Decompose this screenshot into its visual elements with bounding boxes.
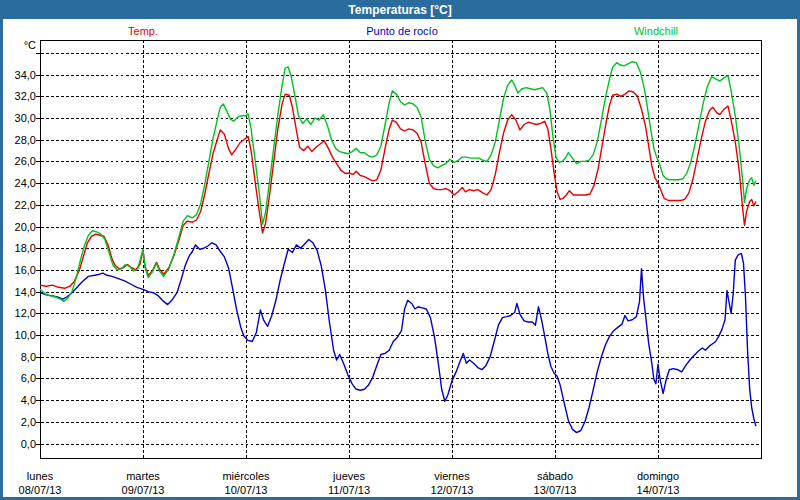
- y-tick-label: 8,0: [21, 352, 36, 363]
- day-date-label: 11/07/13: [328, 485, 370, 496]
- plot-frame: [41, 41, 762, 459]
- day-name-label: domingo: [637, 471, 679, 482]
- day-date-label: 09/07/13: [122, 485, 165, 496]
- day-name-label: sábado: [537, 471, 573, 482]
- day-date-label: 08/07/13: [19, 485, 62, 496]
- series-line-temp-: [40, 91, 756, 288]
- y-tick-label: 16,0: [15, 265, 36, 276]
- temperature-chart: [0, 0, 800, 500]
- y-tick-label: 2,0: [21, 417, 36, 428]
- y-tick-label: 24,0: [15, 178, 36, 189]
- y-tick-label: 32,0: [15, 91, 36, 102]
- day-name-label: martes: [126, 471, 160, 482]
- day-name-label: viernes: [434, 471, 469, 482]
- y-tick-label: 30,0: [15, 113, 36, 124]
- y-tick-label: 18,0: [15, 243, 36, 254]
- day-date-label: 10/07/13: [225, 485, 268, 496]
- day-name-label: lunes: [27, 471, 53, 482]
- series-line-windchill: [40, 62, 756, 302]
- y-tick-label: 0,0: [21, 439, 36, 450]
- day-date-label: 13/07/13: [534, 485, 577, 496]
- day-name-label: jueves: [333, 471, 365, 482]
- y-tick-label: 22,0: [15, 200, 36, 211]
- y-tick-label: 6,0: [21, 373, 36, 384]
- day-date-label: 12/07/13: [431, 485, 474, 496]
- day-name-label: miércoles: [222, 471, 269, 482]
- app-window: Temperaturas [°C] Temp. Punto de rocío W…: [0, 0, 800, 500]
- y-tick-label: 26,0: [15, 156, 36, 167]
- y-tick-label: 20,0: [15, 222, 36, 233]
- y-tick-label: 34,0: [15, 70, 36, 81]
- y-tick-label: 14,0: [15, 287, 36, 298]
- y-tick-label: 12,0: [15, 308, 36, 319]
- day-date-label: 14/07/13: [637, 485, 680, 496]
- y-tick-label: 4,0: [21, 395, 36, 406]
- y-tick-label: 28,0: [15, 135, 36, 146]
- series-line-punto-de-roc-o: [40, 240, 756, 433]
- y-tick-label: 10,0: [15, 330, 36, 341]
